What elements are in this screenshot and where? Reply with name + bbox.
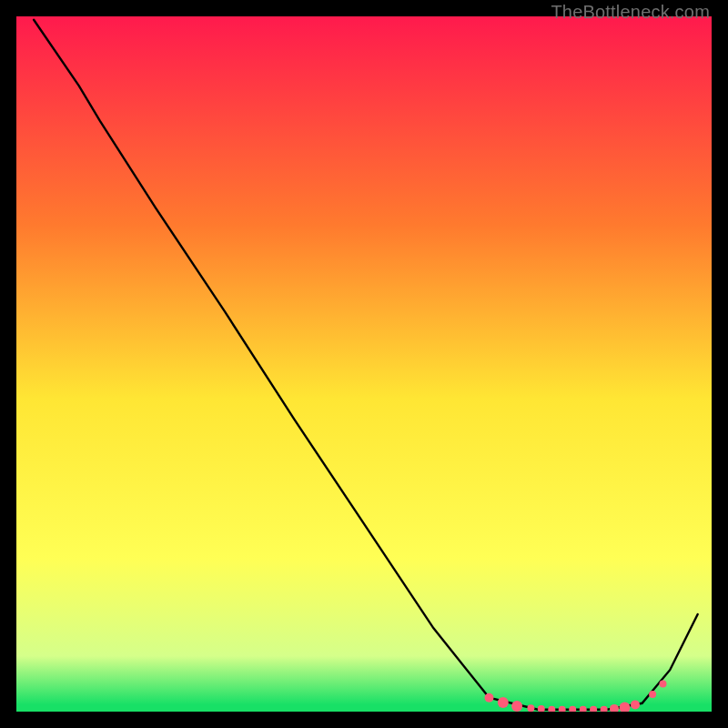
marker-dot [649,691,656,698]
marker-dot [485,693,494,703]
chart-frame [16,16,712,712]
gradient-backdrop [16,16,712,712]
marker-dot [660,680,667,687]
marker-dot [511,701,522,712]
watermark-text: TheBottleneck.com [551,2,710,23]
marker-dot [498,697,509,708]
marker-dot [631,700,640,709]
bottleneck-chart [16,16,712,712]
marker-dot [527,704,534,712]
